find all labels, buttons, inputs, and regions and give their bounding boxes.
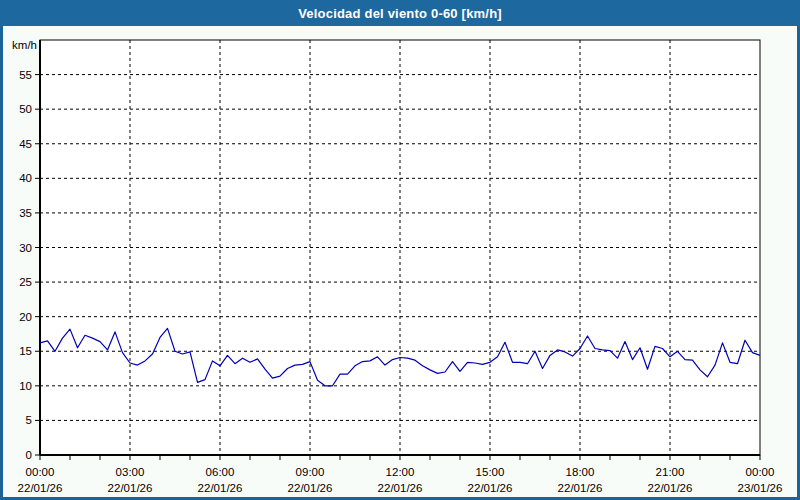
x-tick-date-label: 22/01/26 [108,482,153,494]
x-tick-time-label: 03:00 [116,466,145,478]
x-tick-date-label: 22/01/26 [18,482,63,494]
x-tick-date-label: 22/01/26 [288,482,333,494]
x-tick-time-label: 21:00 [656,466,685,478]
x-tick-date-label: 23/01/26 [738,482,783,494]
x-tick-date-label: 22/01/26 [558,482,603,494]
x-tick-time-label: 09:00 [296,466,325,478]
x-tick-date-label: 22/01/26 [648,482,693,494]
y-tick-label: 10 [19,380,32,392]
title-bar: Velocidad del viento 0-60 [km/h] [0,0,800,26]
y-tick-label: 50 [19,103,32,115]
y-tick-label: 25 [19,276,32,288]
y-tick-label: 40 [19,172,32,184]
y-tick-label: 55 [19,69,32,81]
y-tick-label: 30 [19,242,32,254]
x-tick-time-label: 06:00 [206,466,235,478]
y-tick-label: 35 [19,207,32,219]
x-tick-date-label: 22/01/26 [198,482,243,494]
x-tick-time-label: 00:00 [746,466,775,478]
chart-area: 0510152025303540455055km/h00:0022/01/260… [3,26,797,497]
x-tick-time-label: 15:00 [476,466,505,478]
chart-title: Velocidad del viento 0-60 [km/h] [298,6,502,21]
y-tick-label: 5 [26,414,32,426]
y-tick-label: 45 [19,138,32,150]
x-tick-date-label: 22/01/26 [378,482,423,494]
y-axis-unit-label: km/h [12,39,37,51]
x-tick-time-label: 00:00 [26,466,55,478]
wind-speed-chart: 0510152025303540455055km/h00:0022/01/260… [3,26,797,497]
x-tick-time-label: 12:00 [386,466,415,478]
x-tick-date-label: 22/01/26 [468,482,513,494]
y-tick-label: 0 [26,449,32,461]
y-tick-label: 15 [19,345,32,357]
chart-window: Velocidad del viento 0-60 [km/h] 0510152… [0,0,800,500]
y-tick-label: 20 [19,311,32,323]
x-tick-time-label: 18:00 [566,466,595,478]
